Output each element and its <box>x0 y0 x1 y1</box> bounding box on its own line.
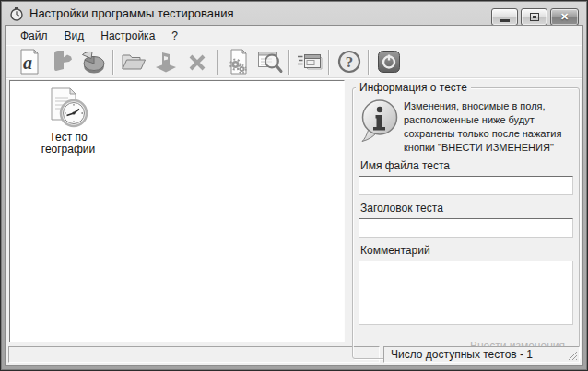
statusbar-left-cell <box>8 346 380 363</box>
toolbar-delete-button[interactable] <box>182 47 214 76</box>
app-window: Настройки программы тестирования ✕ Файл … <box>0 0 588 371</box>
info-column: Информация о тесте <box>352 80 580 342</box>
notice-line: Изменения, вносимые в поля, <box>404 99 561 113</box>
test-document-clock-icon <box>47 87 89 128</box>
test-title-input[interactable] <box>359 218 573 238</box>
toolbar-help-button[interactable]: ? <box>333 47 365 76</box>
notice-line: кнопки "ВНЕСТИ ИЗМЕНЕНИЯ" <box>404 141 561 155</box>
minimize-button[interactable] <box>491 8 518 26</box>
window-frame: Настройки программы тестирования ✕ Файл … <box>1 1 587 370</box>
toolbar-open-folder-button[interactable] <box>117 47 149 76</box>
app-stopwatch-icon <box>9 6 24 21</box>
menu-item-file[interactable]: Файл <box>12 28 56 44</box>
toolbar-document-gears-button[interactable] <box>221 47 253 76</box>
test-list-item[interactable]: Тест по географии <box>27 87 110 156</box>
menubar: Файл Вид Настройка ? <box>6 26 582 45</box>
info-groupbox-title: Информация о тесте <box>356 81 471 94</box>
comment-textarea[interactable] <box>359 261 573 325</box>
window-controls: ✕ <box>491 8 579 26</box>
toolbar-separator <box>328 50 330 75</box>
letter-a-document-icon: a <box>16 48 43 75</box>
statusbar-right-cell: Число доступных тестов - 1 <box>383 346 580 363</box>
maximize-button[interactable] <box>521 8 547 26</box>
file-name-input[interactable] <box>359 176 573 195</box>
notepad-edit-icon <box>48 48 76 75</box>
minimize-icon <box>500 19 510 22</box>
window-title: Настройки программы тестирования <box>29 6 234 20</box>
pie-chart-icon <box>80 48 108 75</box>
test-list-panel[interactable]: Тест по географии <box>9 80 345 342</box>
info-notice-text: Изменения, вносимые в поля, расположенны… <box>404 99 561 155</box>
status-text: Число доступных тестов - 1 <box>391 348 533 361</box>
x-delete-icon <box>184 48 212 75</box>
open-folder-icon <box>120 48 147 75</box>
info-notice: Изменения, вносимые в поля, расположенны… <box>359 99 573 155</box>
toolbar-separator <box>217 50 218 75</box>
toolbar-preview-button[interactable] <box>253 47 286 76</box>
import-test-icon <box>152 48 180 75</box>
svg-text:?: ? <box>345 53 353 71</box>
power-exit-icon <box>375 48 403 75</box>
comment-label: Комментарий <box>360 244 573 257</box>
info-bubble-icon <box>359 99 399 143</box>
document-magnifier-icon <box>256 48 284 75</box>
notice-line: сохранены только после нажатия <box>404 127 561 141</box>
main-content: Тест по географии Информация о тесте <box>6 78 582 344</box>
menu-item-settings[interactable]: Настройка <box>92 28 163 44</box>
file-name-label: Имя файла теста <box>360 159 573 172</box>
info-groupbox: Информация о тесте <box>352 87 580 359</box>
toolbar-separator <box>368 50 370 75</box>
resize-grip[interactable] <box>568 351 578 361</box>
toolbar-separator <box>112 50 114 75</box>
close-button[interactable]: ✕ <box>550 8 579 26</box>
test-item-label: Тест по географии <box>27 132 110 156</box>
statusbar: Число доступных тестов - 1 <box>6 344 582 365</box>
client-area: Файл Вид Настройка ? a <box>5 25 583 366</box>
toolbar: a <box>6 45 582 78</box>
toolbar-notepad-button[interactable] <box>45 47 77 76</box>
close-icon: ✕ <box>560 12 569 22</box>
titlebar[interactable]: Настройки программы тестирования ✕ <box>5 2 583 25</box>
help-question-icon: ? <box>335 48 363 75</box>
toolbar-separator <box>288 50 290 75</box>
run-window-icon <box>296 48 323 75</box>
menu-item-view[interactable]: Вид <box>56 28 93 44</box>
menu-item-help[interactable]: ? <box>163 28 186 44</box>
toolbar-run-button[interactable] <box>293 47 325 76</box>
svg-text:a: a <box>23 52 32 73</box>
toolbar-import-button[interactable] <box>149 47 182 76</box>
test-title-label: Заголовок теста <box>360 202 573 214</box>
notice-line: расположенные ниже будут <box>404 113 561 127</box>
toolbar-exit-button[interactable] <box>372 47 405 76</box>
document-gears-icon <box>224 48 252 75</box>
toolbar-letter-a-button[interactable]: a <box>13 47 45 76</box>
maximize-icon <box>530 13 539 21</box>
toolbar-pie-chart-button[interactable] <box>77 47 110 76</box>
